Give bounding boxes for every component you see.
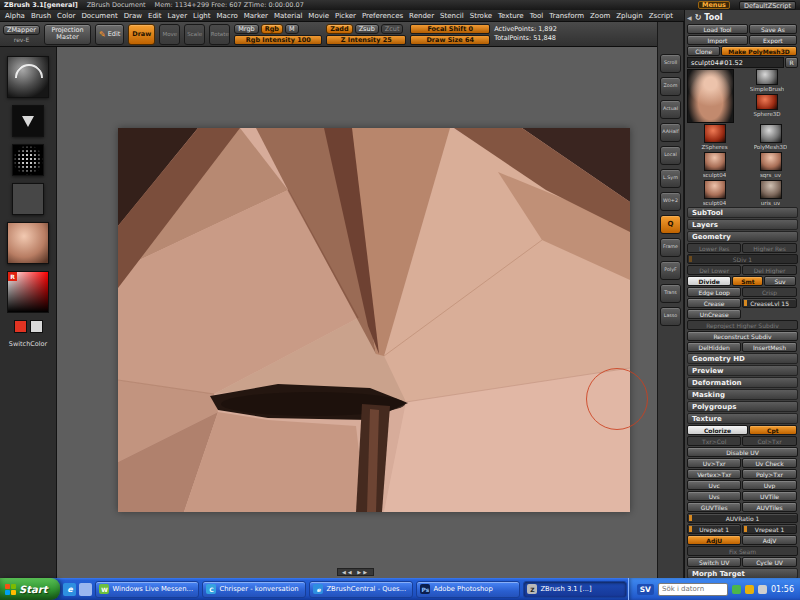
taskbar-task-button[interactable]: C Chrisper - konversation xyxy=(202,581,306,598)
panel-button[interactable]: Higher Res xyxy=(742,243,796,253)
panel-button[interactable]: Urepeat 1 xyxy=(687,524,741,534)
active-tool-preview[interactable] xyxy=(687,69,734,123)
load-tool-button[interactable]: Load Tool xyxy=(687,24,748,34)
panel-button[interactable]: AdjU xyxy=(687,535,741,545)
tray-update-icon[interactable] xyxy=(745,585,754,594)
stroke-picker[interactable] xyxy=(12,105,44,137)
menu-item[interactable]: Zscript xyxy=(646,12,676,20)
panel-button[interactable]: Reproject Higher Subdiv xyxy=(687,320,798,330)
section-polygroups[interactable]: Polygroups xyxy=(687,401,798,412)
tool-inventory-item[interactable]: sqrs_uv xyxy=(744,152,797,178)
taskbar-task-button[interactable]: Z ZBrush 3.1 [...] xyxy=(523,581,627,598)
sculpt-render[interactable] xyxy=(118,128,630,512)
menu-item[interactable]: Tool xyxy=(527,12,547,20)
taskbar-task-button[interactable]: e ZBrushCentral - Ques... xyxy=(309,581,413,598)
canvas-control-button[interactable]: L.Sym xyxy=(660,169,681,188)
panel-button[interactable]: InsertMesh xyxy=(742,342,796,352)
panel-button[interactable]: Colorize xyxy=(687,425,748,435)
panel-button[interactable]: Poly>Txr xyxy=(742,469,796,479)
menu-item[interactable]: Layer xyxy=(165,12,191,20)
panel-button[interactable]: Switch UV xyxy=(687,557,741,567)
panel-button[interactable]: Fix Seam xyxy=(687,546,798,556)
tool-inventory-item[interactable]: sculpt04 xyxy=(688,180,741,206)
canvas-control-button[interactable]: Trans xyxy=(660,284,681,303)
panel-button[interactable]: AUVTiles xyxy=(742,502,796,512)
canvas-control-button[interactable]: PolyF xyxy=(660,261,681,280)
panel-button[interactable]: Uvc xyxy=(687,480,741,490)
zsub-button[interactable]: Zsub xyxy=(355,24,379,34)
panel-button[interactable]: Suv xyxy=(764,276,795,286)
default-zscript-button[interactable]: DefaultZScript xyxy=(739,1,796,10)
mrgb-button[interactable]: Mrgb xyxy=(234,24,258,34)
color-picker[interactable] xyxy=(7,271,49,313)
main-color-swatch[interactable] xyxy=(14,320,27,333)
quicklaunch-browser-icon[interactable]: e xyxy=(63,583,76,596)
move-mode-button[interactable]: Move xyxy=(159,24,180,45)
menu-item[interactable]: Preferences xyxy=(359,12,406,20)
canvas-control-button[interactable]: Zoom xyxy=(660,77,681,96)
menu-item[interactable]: Brush xyxy=(28,12,54,20)
focal-shift-slider[interactable]: Focal Shift 0 xyxy=(410,24,490,34)
menu-item[interactable]: Light xyxy=(190,12,213,20)
panel-button[interactable]: Uv Check xyxy=(742,458,796,468)
draw-mode-button[interactable]: Draw xyxy=(128,24,155,45)
projection-master-button[interactable]: Projection Master xyxy=(44,24,91,45)
zmapper-button[interactable]: ZMapper xyxy=(3,25,40,35)
section-masking[interactable]: Masking xyxy=(687,389,798,400)
canvas-control-button[interactable]: Local xyxy=(660,146,681,165)
canvas-control-button[interactable]: AAHalf xyxy=(660,123,681,142)
panel-button[interactable]: Uv>Txr xyxy=(687,458,741,468)
panel-button[interactable]: UVTile xyxy=(742,491,796,501)
panel-button[interactable]: Lower Res xyxy=(687,243,741,253)
panel-button[interactable]: CreaseLvl 15 xyxy=(742,298,796,308)
import-button[interactable]: Import xyxy=(687,35,748,45)
document-canvas[interactable]: ◀◀ ▶▶ xyxy=(57,47,657,578)
panel-button[interactable]: Vertex>Txr xyxy=(687,469,741,479)
rgb-button[interactable]: Rgb xyxy=(261,24,283,34)
start-button[interactable]: Start xyxy=(0,578,60,600)
secondary-color-swatch[interactable] xyxy=(30,320,43,333)
menu-item[interactable]: Stencil xyxy=(437,12,467,20)
section-layers[interactable]: Layers xyxy=(687,219,798,230)
menu-item[interactable]: Edit xyxy=(145,12,165,20)
material-picker[interactable] xyxy=(7,222,49,264)
section-geometry[interactable]: Geometry xyxy=(687,231,798,242)
taskbar-task-button[interactable]: Ps Adobe Photoshop xyxy=(416,581,520,598)
z-intensity-slider[interactable]: Z Intensity 25 xyxy=(326,35,406,45)
panel-collapse-icon[interactable] xyxy=(687,13,692,22)
panel-button[interactable]: Edge Loop xyxy=(687,287,741,297)
clone-button[interactable]: Clone xyxy=(687,46,720,56)
menu-item[interactable]: Document xyxy=(78,12,120,20)
section-geometry-hd[interactable]: Geometry HD xyxy=(687,353,798,364)
tray-volume-icon[interactable] xyxy=(758,585,767,594)
panel-button[interactable]: DelHidden xyxy=(687,342,741,352)
canvas-control-button[interactable]: Q xyxy=(660,215,681,234)
rgb-intensity-slider[interactable]: Rgb Intensity 100 xyxy=(234,35,322,45)
edit-mode-button[interactable]: Edit xyxy=(95,24,124,45)
canvas-control-button[interactable]: Lasso xyxy=(660,307,681,326)
draw-size-slider[interactable]: Draw Size 64 xyxy=(410,35,490,45)
tool-inventory-item[interactable]: ZSpheres xyxy=(688,124,741,150)
menu-item[interactable]: Zoom xyxy=(587,12,613,20)
menus-toggle-button[interactable]: Menus xyxy=(698,1,730,9)
tool-quick-item[interactable]: Sphere3D xyxy=(753,94,780,117)
zadd-button[interactable]: Zadd xyxy=(326,24,352,34)
save-as-button[interactable]: Save As xyxy=(749,24,797,34)
panel-button[interactable]: Crisp xyxy=(742,287,796,297)
menu-item[interactable]: Color xyxy=(54,12,78,20)
quicklaunch-desktop-icon[interactable] xyxy=(79,583,92,596)
panel-button[interactable]: AUVRatio 1 xyxy=(687,513,798,523)
section-texture[interactable]: Texture xyxy=(687,413,798,424)
panel-button[interactable]: Del Lower xyxy=(687,265,741,275)
section-subtool[interactable]: SubTool xyxy=(687,207,798,218)
panel-button[interactable]: Vrepeat 1 xyxy=(742,524,796,534)
scale-mode-button[interactable]: Scale xyxy=(184,24,205,45)
section-morph-target[interactable]: Morph Target xyxy=(687,568,798,578)
canvas-divider-handle[interactable]: ◀◀ ▶▶ xyxy=(337,568,374,576)
tool-r-button[interactable]: R xyxy=(785,57,798,68)
canvas-control-button[interactable]: Actual xyxy=(660,100,681,119)
switch-color-button[interactable]: SwitchColor xyxy=(9,340,47,348)
panel-button[interactable]: Uvp xyxy=(742,480,796,490)
menu-item[interactable]: Movie xyxy=(305,12,332,20)
export-button[interactable]: Export xyxy=(749,35,797,45)
